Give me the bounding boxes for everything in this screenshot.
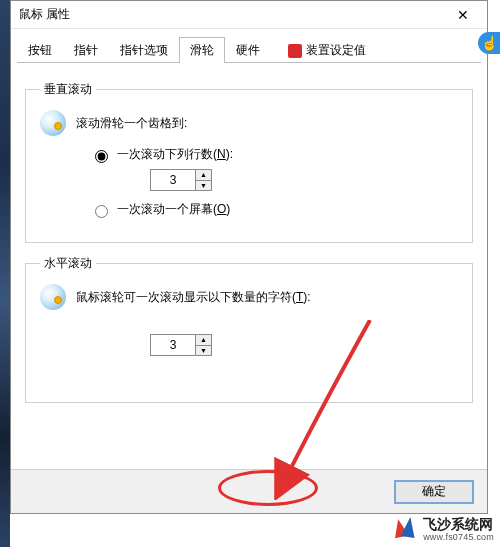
- lines-spin-buttons: ▲ ▼: [195, 170, 211, 190]
- radio-screen-label: 一次滚动一个屏幕(O): [117, 201, 230, 218]
- close-icon: ✕: [457, 7, 469, 23]
- chars-spin-buttons: ▲ ▼: [195, 335, 211, 355]
- tab-pointer-options[interactable]: 指针选项: [109, 37, 179, 63]
- chars-spin-down[interactable]: ▼: [196, 346, 211, 356]
- horizontal-scroll-group: 水平滚动 鼠标滚轮可一次滚动显示以下数量的字符(T): ▲ ▼: [25, 255, 473, 403]
- wheel-icon-h: [40, 284, 66, 310]
- lines-spin-wrap: ▲ ▼: [150, 169, 458, 191]
- titlebar: 鼠标 属性 ✕: [11, 1, 487, 29]
- watermark-logo-icon: [393, 517, 419, 543]
- radio-screen-option[interactable]: 一次滚动一个屏幕(O): [90, 201, 458, 218]
- tab-body: 垂直滚动 滚动滑轮一个齿格到: 一次滚动下列行数(N): ▲ ▼: [11, 63, 487, 429]
- watermark: 飞沙系统网 www.fs0745.com: [393, 517, 494, 543]
- watermark-url: www.fs0745.com: [423, 533, 494, 543]
- tab-pointers[interactable]: 指针: [63, 37, 109, 63]
- window-title: 鼠标 属性: [19, 6, 70, 23]
- tab-device-settings[interactable]: 装置设定值: [277, 37, 377, 63]
- desktop-strip: [0, 0, 10, 547]
- device-icon: [288, 44, 302, 58]
- chars-spinner[interactable]: ▲ ▼: [150, 334, 212, 356]
- watermark-text: 飞沙系统网 www.fs0745.com: [423, 517, 494, 542]
- chars-spin-wrap: ▲ ▼: [150, 334, 458, 356]
- tab-buttons[interactable]: 按钮: [17, 37, 63, 63]
- wheel-icon: [40, 110, 66, 136]
- tab-wheel[interactable]: 滑轮: [179, 37, 225, 63]
- vertical-row: 滚动滑轮一个齿格到:: [40, 110, 458, 136]
- side-badge[interactable]: ☝: [478, 32, 500, 54]
- radio-lines-label: 一次滚动下列行数(N):: [117, 146, 233, 163]
- tab-row: 按钮 指针 指针选项 滑轮 硬件 装置设定值: [11, 29, 487, 63]
- tab-device-label: 装置设定值: [306, 42, 366, 59]
- lines-spinner[interactable]: ▲ ▼: [150, 169, 212, 191]
- vertical-desc: 滚动滑轮一个齿格到:: [76, 115, 187, 132]
- vertical-scroll-legend: 垂直滚动: [40, 81, 96, 98]
- radio-screen[interactable]: [95, 205, 108, 218]
- horizontal-scroll-legend: 水平滚动: [40, 255, 96, 272]
- radio-lines[interactable]: [95, 150, 108, 163]
- chars-spin-up[interactable]: ▲: [196, 335, 211, 346]
- horizontal-desc: 鼠标滚轮可一次滚动显示以下数量的字符(T):: [76, 289, 311, 306]
- radio-lines-option[interactable]: 一次滚动下列行数(N):: [90, 146, 458, 163]
- close-button[interactable]: ✕: [443, 2, 483, 28]
- lines-spin-down[interactable]: ▼: [196, 181, 211, 191]
- horizontal-row: 鼠标滚轮可一次滚动显示以下数量的字符(T):: [40, 284, 458, 310]
- lines-spin-up[interactable]: ▲: [196, 170, 211, 181]
- dialog-button-row: 确定: [11, 469, 487, 513]
- vertical-scroll-group: 垂直滚动 滚动滑轮一个齿格到: 一次滚动下列行数(N): ▲ ▼: [25, 81, 473, 243]
- mouse-properties-window: 鼠标 属性 ✕ 按钮 指针 指针选项 滑轮 硬件 装置设定值 垂直滚动 滚动滑轮…: [10, 0, 488, 514]
- chars-value-input[interactable]: [151, 335, 195, 355]
- lines-value-input[interactable]: [151, 170, 195, 190]
- watermark-name: 飞沙系统网: [423, 517, 494, 532]
- tab-hardware[interactable]: 硬件: [225, 37, 271, 63]
- ok-button[interactable]: 确定: [395, 481, 473, 503]
- hand-icon: ☝: [481, 35, 498, 51]
